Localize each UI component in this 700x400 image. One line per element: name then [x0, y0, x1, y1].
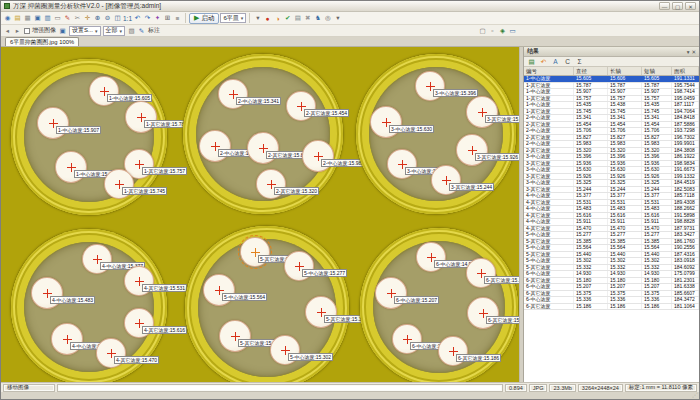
- colony-label[interactable]: 3-其它浓度:15.926: [475, 153, 519, 161]
- colony-label[interactable]: 3-中心浓度:15.630: [389, 125, 434, 133]
- scope-value: 全部: [106, 26, 118, 35]
- rotate-left-icon[interactable]: ↶: [133, 14, 142, 23]
- zoom-actual-icon[interactable]: 1:1: [123, 14, 132, 23]
- measure-cross-icon: [119, 180, 120, 189]
- camera-icon[interactable]: ◉: [3, 14, 12, 23]
- measure-cross-icon: [53, 119, 54, 128]
- image-tab[interactable]: 6平皿抑菌圈图.jpg 100%: [5, 37, 79, 46]
- table-cell: 15.375: [574, 291, 608, 297]
- colony-label[interactable]: 6-其它浓度:15.186: [456, 354, 501, 362]
- image-canvas[interactable]: 1-中心浓度:15.6051-其它浓度:15.7871-中心浓度:15.9071…: [1, 47, 519, 382]
- table-cell: 184.6092: [672, 265, 699, 271]
- copy-icon[interactable]: ▫: [488, 26, 497, 35]
- scope-select[interactable]: 全部 ▾: [103, 26, 126, 36]
- undo-icon[interactable]: ↶: [539, 57, 548, 66]
- column-header[interactable]: 直径: [574, 67, 608, 75]
- dish-count-select[interactable]: 6平皿 ▾: [220, 13, 246, 23]
- measure-cross-icon: [97, 255, 98, 264]
- clear-icon[interactable]: C: [563, 57, 572, 66]
- excel-icon[interactable]: ◈: [498, 26, 507, 35]
- play-icon: ▶: [194, 14, 199, 22]
- colony-label[interactable]: 3-中心浓度:15.396: [433, 89, 478, 97]
- table-cell: 15.564: [608, 245, 642, 251]
- pause-icon[interactable]: ◑: [273, 14, 282, 23]
- measure-icon[interactable]: ≡: [173, 14, 182, 23]
- table-cell: 15.936: [642, 161, 672, 167]
- gallery-icon[interactable]: ▦: [23, 14, 32, 23]
- export-icon[interactable]: ▤: [527, 57, 536, 66]
- average-icon[interactable]: A: [551, 57, 560, 66]
- table-cell: 15.385: [608, 239, 642, 245]
- resize-grip[interactable]: ⋰: [692, 391, 698, 398]
- dropdown-icon[interactable]: ▾: [253, 14, 262, 23]
- more-icon[interactable]: ▾: [333, 14, 342, 23]
- confirm-icon[interactable]: ✔: [283, 14, 292, 23]
- color-picker-icon[interactable]: ✦: [153, 14, 162, 23]
- new-window-icon[interactable]: ▢: [478, 26, 487, 35]
- table-cell: 15.564: [642, 245, 672, 251]
- save-icon[interactable]: ▣: [33, 14, 42, 23]
- table-cell: 3-其它浓度: [524, 174, 574, 180]
- close-icon[interactable]: ✕: [691, 49, 696, 55]
- grid-icon[interactable]: ⊞: [163, 14, 172, 23]
- colony-label[interactable]: 2-其它浓度:15.320: [274, 187, 319, 195]
- colony-label[interactable]: 2-中心浓度:15.983: [321, 159, 366, 167]
- column-header[interactable]: 面积: [672, 67, 699, 75]
- colony-label[interactable]: 1-其它浓度:15.757: [142, 167, 187, 175]
- colony-label[interactable]: 4-其它浓度:15.531: [142, 284, 187, 292]
- target-icon[interactable]: ◎: [323, 14, 332, 23]
- report-icon[interactable]: ▤: [293, 14, 302, 23]
- zoom-fit-icon[interactable]: ◫: [113, 14, 122, 23]
- capture-region-icon[interactable]: ▧: [127, 26, 136, 35]
- colony-label[interactable]: 1-其它浓度:15.745: [122, 187, 167, 195]
- column-header[interactable]: 短轴: [642, 67, 672, 75]
- colony-label[interactable]: 3-其它浓度:15.244: [449, 183, 494, 191]
- table-cell: 15.438: [608, 102, 642, 108]
- close-button[interactable]: ✕: [685, 2, 696, 10]
- colony-label[interactable]: 2-其它浓度:15.454: [304, 109, 349, 117]
- enhance-image-checkbox[interactable]: 增强图像: [24, 26, 56, 35]
- colony-label[interactable]: 4-其它浓度:15.616: [142, 326, 187, 334]
- zoom-out-icon[interactable]: ⊖: [103, 14, 112, 23]
- edit-icon[interactable]: ✎: [63, 14, 72, 23]
- colony-label[interactable]: 1-中心浓度:15.907: [56, 126, 101, 134]
- annotate-icon[interactable]: ✎: [137, 26, 146, 35]
- print-icon[interactable]: ▭: [53, 14, 62, 23]
- colony-label[interactable]: 4-其它浓度:15.470: [114, 356, 159, 364]
- pan-icon[interactable]: ✛: [83, 14, 92, 23]
- colony-label[interactable]: 6-其它浓度:15.180: [484, 276, 519, 284]
- open-image-icon[interactable]: ▤: [13, 14, 22, 23]
- colony-label[interactable]: 5-中心浓度:15.564: [222, 293, 267, 301]
- preset-select[interactable]: 设置S... ▾: [69, 26, 101, 36]
- colony-label[interactable]: 2-中心浓度:15.341: [236, 97, 281, 105]
- table-row[interactable]: 6-其它浓度15.18615.18615.186181.1064: [524, 304, 699, 311]
- stats-icon[interactable]: ♞: [313, 14, 322, 23]
- delete-icon[interactable]: ✖: [303, 14, 312, 23]
- table-cell: 14.930: [574, 271, 608, 277]
- table-cell: 198.7414: [672, 89, 699, 95]
- colony-label[interactable]: 3-其它浓度:15.936: [485, 115, 519, 123]
- table-cell: 15.531: [642, 200, 672, 206]
- colony-label[interactable]: 5-中心浓度:15.277: [302, 269, 347, 277]
- cut-icon[interactable]: ✂: [73, 14, 82, 23]
- zoom-in-icon[interactable]: ⊕: [93, 14, 102, 23]
- sum-icon[interactable]: Σ: [575, 57, 584, 66]
- table-cell: 184.8418: [672, 115, 699, 121]
- run-button[interactable]: ▶ 启动: [189, 13, 219, 24]
- back-icon[interactable]: ◂: [3, 26, 12, 35]
- forward-icon[interactable]: ▸: [13, 26, 22, 35]
- rotate-right-icon[interactable]: ↷: [143, 14, 152, 23]
- column-header[interactable]: 长轴: [608, 67, 642, 75]
- colony-label[interactable]: 5-中心浓度:15.302: [288, 353, 333, 361]
- colony-label[interactable]: 4-中心浓度:15.483: [50, 296, 95, 304]
- preset-value: 设置S...: [72, 26, 93, 35]
- stop-icon[interactable]: ●: [263, 14, 272, 23]
- column-header[interactable]: 编号: [524, 67, 574, 75]
- minimize-button[interactable]: —: [659, 2, 670, 10]
- pin-icon[interactable]: ▾: [687, 49, 690, 55]
- maximize-button[interactable]: ▢: [672, 2, 683, 10]
- colony-label[interactable]: 6-其它浓度:15.375: [486, 316, 519, 324]
- colony-label[interactable]: 6-中心浓度:15.207: [394, 296, 439, 304]
- mail-icon[interactable]: ▭: [508, 26, 517, 35]
- save-all-icon[interactable]: ▥: [43, 14, 52, 23]
